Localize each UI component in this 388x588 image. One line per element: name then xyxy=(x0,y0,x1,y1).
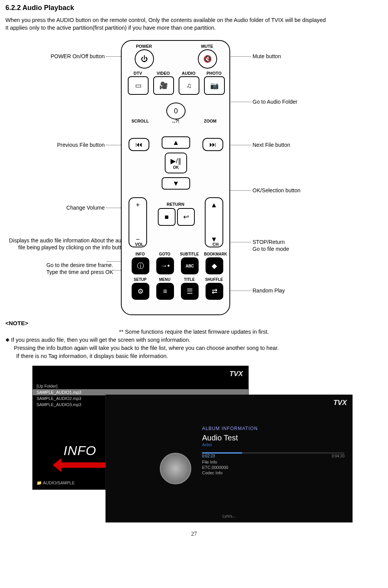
album-title: Audio Test xyxy=(202,433,345,442)
file-info-label: File Info xyxy=(202,460,345,464)
title-button[interactable]: ☰ xyxy=(181,283,199,300)
callout-stop-line2: Go to file mode xyxy=(253,246,337,253)
vol-plus-icon: + xyxy=(136,201,140,209)
callout-ok: OK/Selection button xyxy=(253,187,337,194)
stop-icon: ■ xyxy=(165,213,169,221)
album-artist: Artist xyxy=(202,442,345,447)
play-pause-icon: ▶/∥ xyxy=(171,157,181,165)
callout-audio-folder: Go to Audio Folder xyxy=(253,99,329,106)
label-info: INFO xyxy=(130,252,150,256)
label-power: POWER xyxy=(132,44,156,49)
callout-volume: Change Volume xyxy=(5,205,105,212)
brand-logo: TVX xyxy=(229,370,243,378)
label-menu: MENU xyxy=(155,277,175,282)
up-folder: [Up Folder] xyxy=(33,383,248,389)
volume-rocker[interactable]: + − xyxy=(129,197,147,247)
label-photo: PHOTO xyxy=(202,71,226,76)
note-bullet-1: If you press audio file, then you will g… xyxy=(5,336,383,344)
info-button[interactable]: ⓘ xyxy=(132,257,149,274)
folder-path: 📁 AUDIO/SAMPLE xyxy=(37,480,75,486)
up-button[interactable]: ▲ xyxy=(162,136,190,149)
note-bullet-3: If there is no Tag information, it displ… xyxy=(16,352,383,360)
next-file-button[interactable]: ⏭ xyxy=(202,138,223,151)
info-arrow-icon xyxy=(61,462,107,468)
brand-logo: TVX xyxy=(333,399,347,407)
zero-button[interactable]: 0 xyxy=(166,102,186,119)
label-dtv: DTV xyxy=(126,71,149,76)
page-number: 27 xyxy=(5,531,383,537)
label-mute: MUTE xyxy=(196,44,219,49)
callout-stop: STOP/Return Go to file mode xyxy=(253,239,337,252)
label-setup: SETUP xyxy=(130,277,150,282)
label-video: VIDEO xyxy=(152,71,175,76)
callout-goto: Go to the desire time frame. Type the ti… xyxy=(5,262,113,276)
note-heading: <NOTE> xyxy=(5,320,383,326)
audio-button[interactable]: ♫ xyxy=(179,76,199,95)
callout-goto-line2: Type the time and press OK xyxy=(5,269,113,276)
dtv-button[interactable]: ▭ xyxy=(128,76,149,95)
callout-info: Displays the audio file information Abou… xyxy=(5,237,129,251)
label-subtitle: SUBTITLE xyxy=(179,252,199,256)
label-bookmark: BOOKMARK xyxy=(204,252,224,256)
label-shuffle: SHUFFLE xyxy=(204,277,224,282)
return-button[interactable]: ↩ xyxy=(177,208,195,226)
time-total: 0:04:20 xyxy=(332,454,345,458)
callout-mute: Mute button xyxy=(253,53,329,60)
photo-button[interactable]: 📷 xyxy=(204,76,225,95)
codec-label: Codec Info xyxy=(202,470,345,475)
time-elapsed: 0:02:23 xyxy=(202,454,215,458)
album-info-panel: ALBUM INFORMATION Audio Test Artist 0:02… xyxy=(202,426,345,507)
info-overlay-label: INFO xyxy=(64,443,96,458)
video-button[interactable]: 🎥 xyxy=(153,76,174,95)
ch-up-icon: ▲ xyxy=(211,201,217,209)
label-title: TITLE xyxy=(179,277,199,282)
label-audio: AUDIO xyxy=(177,71,200,76)
intro-line-2: It applies only to the active partition(… xyxy=(5,24,383,32)
prev-file-button[interactable]: ⏮ xyxy=(129,138,149,151)
bookmark-button[interactable]: ◆ xyxy=(206,257,223,274)
subtitle-button[interactable]: ABC xyxy=(181,257,199,274)
etc-label: ETC.0000000 xyxy=(202,465,345,470)
label-goto: GOTO xyxy=(155,252,175,256)
remote-diagram: POWER On/Off button Previous File button… xyxy=(5,37,383,314)
folder-path-text: AUDIO/SAMPLE xyxy=(43,480,75,485)
intro-text: When you press the AUDIO button on the r… xyxy=(5,17,383,32)
goto-button[interactable]: →• xyxy=(156,257,174,274)
down-button[interactable]: ▼ xyxy=(162,177,190,190)
remote-body: POWER MUTE ⏻ 🔇 DTV VIDEO AUDIO PHOTO ▭ 🎥… xyxy=(121,40,230,315)
callout-stop-line1: STOP/Return xyxy=(253,239,337,246)
screenshot-composite: TVX [Up Folder] SAMPLE_AUDIO1.mp3 SAMPLE… xyxy=(32,366,371,528)
callout-goto-line1: Go to the desire time frame. xyxy=(5,262,113,269)
label-return: RETURN xyxy=(164,202,187,207)
stop-button[interactable]: ■ xyxy=(158,208,176,226)
shuffle-button[interactable]: ⇄ xyxy=(206,283,223,300)
label-ch: CH xyxy=(204,242,227,247)
section-heading: 6.2.2 Audio Playback xyxy=(5,4,383,12)
return-icon: ↩ xyxy=(183,213,189,221)
ok-play-button[interactable]: ▶/∥ OK xyxy=(165,153,187,173)
ok-label: OK xyxy=(173,165,179,170)
power-button[interactable]: ⏻ xyxy=(135,49,154,69)
label-scroll: SCROLL xyxy=(129,119,152,123)
menu-button[interactable]: ≡ xyxy=(156,283,174,300)
album-info-screen: TVX ALBUM INFORMATION Audio Test Artist … xyxy=(105,395,353,522)
mute-button[interactable]: 🔇 xyxy=(198,49,217,69)
intro-line-1: When you press the AUDIO button on the r… xyxy=(5,17,383,24)
note-firmware: ** Some functions require the latest fir… xyxy=(5,328,383,336)
album-header: ALBUM INFORMATION xyxy=(202,426,345,431)
callout-prev: Previous File button xyxy=(5,142,105,149)
callout-power: POWER On/Off button xyxy=(5,53,105,60)
label-vol: VOL xyxy=(128,242,151,247)
label-zoom: ZOOM xyxy=(199,119,222,123)
callout-next: Next File button xyxy=(253,142,329,149)
callout-random: Random Play xyxy=(253,287,329,294)
note-bullet-2: Pressing the info button again will take… xyxy=(14,344,383,352)
channel-rocker[interactable]: ▲ ▼ xyxy=(205,197,223,247)
speaker-icon xyxy=(160,453,191,484)
lyrics-label: Lyrics... xyxy=(222,514,236,518)
setup-button[interactable]: ⚙ xyxy=(132,283,149,300)
progress-bar xyxy=(202,452,345,454)
progress-fill xyxy=(202,452,242,454)
